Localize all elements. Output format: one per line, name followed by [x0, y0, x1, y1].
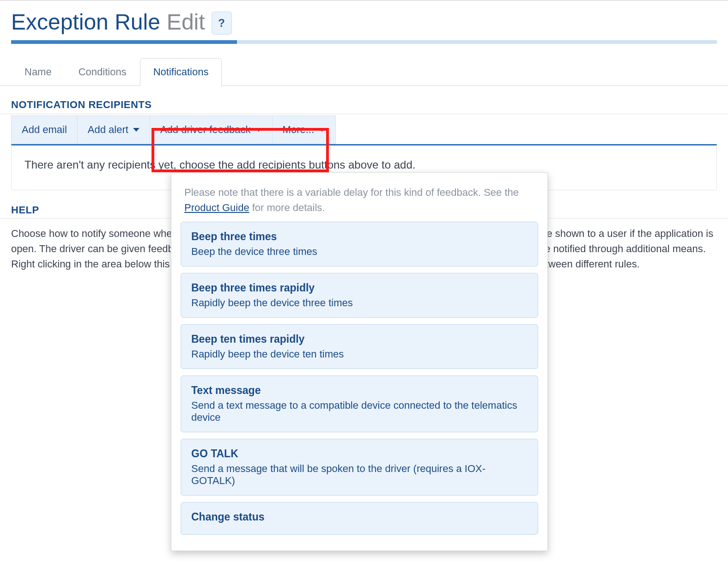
chevron-down-icon — [319, 128, 325, 132]
feedback-item-title: Beep three times rapidly — [191, 282, 528, 294]
help-button[interactable]: ? — [212, 12, 232, 35]
section-heading-recipients: NOTIFICATION RECIPIENTS — [0, 86, 728, 114]
feedback-item-desc: Send a text message to a compatible devi… — [191, 400, 528, 424]
feedback-item-title: GO TALK — [191, 448, 528, 460]
feedback-item-beep-three-rapid[interactable]: Beep three times rapidly Rapidly beep th… — [181, 273, 538, 318]
feedback-item-desc: Rapidly beep the device three times — [191, 297, 528, 309]
progress-bar — [11, 40, 717, 44]
feedback-item-title: Text message — [191, 384, 528, 397]
page-header: Exception Rule Edit ? — [0, 1, 728, 38]
page-subtitle: Edit — [167, 9, 205, 35]
more-label: More... — [283, 124, 314, 136]
add-alert-label: Add alert — [88, 124, 128, 136]
more-button[interactable]: More... — [272, 115, 336, 144]
driver-feedback-dropdown: Please note that there is a variable del… — [171, 172, 548, 551]
feedback-item-desc: Beep the device three times — [191, 246, 528, 258]
feedback-item-title: Change status — [191, 511, 528, 523]
button-row: Add email Add alert Add driver feedback … — [0, 114, 728, 143]
add-driver-feedback-label: Add driver feedback — [160, 124, 251, 136]
dropdown-scroll-area[interactable]: Please note that there is a variable del… — [171, 173, 547, 551]
dropdown-note-post: for more details. — [249, 202, 325, 213]
add-email-label: Add email — [22, 124, 67, 136]
page-title: Exception Rule — [11, 9, 160, 35]
feedback-item-title: Beep three times — [191, 230, 528, 243]
progress-fill — [11, 40, 237, 44]
feedback-item-desc: Rapidly beep the device ten times — [191, 348, 528, 360]
feedback-item-beep-ten-rapid[interactable]: Beep ten times rapidly Rapidly beep the … — [181, 324, 538, 369]
chevron-down-icon — [133, 128, 140, 132]
tab-name[interactable]: Name — [11, 58, 65, 86]
tabs-row: Name Conditions Notifications — [0, 58, 728, 86]
dropdown-note-pre: Please note that there is a variable del… — [184, 187, 519, 198]
add-driver-feedback-button[interactable]: Add driver feedback — [150, 115, 273, 144]
tab-conditions[interactable]: Conditions — [65, 58, 140, 86]
product-guide-link[interactable]: Product Guide — [184, 202, 249, 213]
add-alert-button[interactable]: Add alert — [77, 115, 150, 144]
feedback-item-desc: Send a message that will be spoken to th… — [191, 463, 528, 487]
feedback-item-change-status[interactable]: Change status — [181, 502, 538, 535]
feedback-item-beep-three[interactable]: Beep three times Beep the device three t… — [181, 222, 538, 266]
dropdown-note: Please note that there is a variable del… — [181, 182, 538, 222]
chevron-down-icon — [255, 128, 262, 132]
recipients-empty-text: There aren't any recipients yet, choose … — [24, 158, 415, 171]
feedback-item-text-message[interactable]: Text message Send a text message to a co… — [181, 375, 538, 432]
feedback-item-title: Beep ten times rapidly — [191, 333, 528, 345]
feedback-item-go-talk[interactable]: GO TALK Send a message that will be spok… — [181, 439, 538, 496]
tab-notifications[interactable]: Notifications — [140, 58, 222, 86]
add-email-button[interactable]: Add email — [11, 115, 78, 144]
